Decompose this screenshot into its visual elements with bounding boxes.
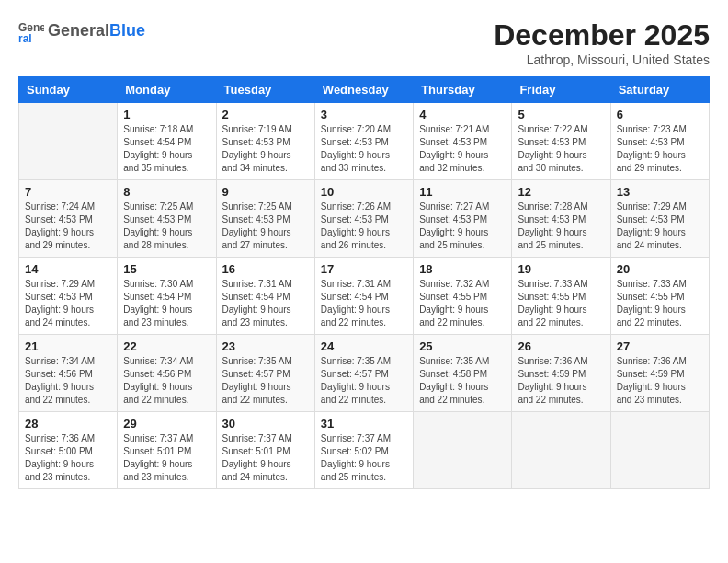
- day-info: Sunrise: 7:37 AMSunset: 5:01 PMDaylight:…: [222, 432, 309, 484]
- calendar-week-row: 1Sunrise: 7:18 AMSunset: 4:54 PMDaylight…: [19, 103, 710, 180]
- day-number: 10: [321, 185, 407, 199]
- day-info: Sunrise: 7:33 AMSunset: 4:55 PMDaylight:…: [518, 278, 604, 329]
- calendar-cell: [414, 412, 512, 489]
- calendar-cell: 25Sunrise: 7:35 AMSunset: 4:58 PMDayligh…: [414, 335, 512, 412]
- day-number: 5: [518, 108, 604, 121]
- day-info: Sunrise: 7:36 AMSunset: 5:00 PMDaylight:…: [25, 432, 111, 484]
- calendar-cell: 12Sunrise: 7:28 AMSunset: 4:53 PMDayligh…: [512, 180, 610, 258]
- day-number: 30: [222, 417, 309, 431]
- day-number: 4: [419, 108, 506, 121]
- calendar-body: 1Sunrise: 7:18 AMSunset: 4:54 PMDaylight…: [19, 103, 710, 489]
- weekday-header-sunday: Sunday: [19, 77, 118, 103]
- day-number: 20: [617, 262, 703, 276]
- calendar-cell: 17Sunrise: 7:31 AMSunset: 4:54 PMDayligh…: [314, 258, 413, 335]
- day-number: 27: [617, 339, 703, 353]
- calendar-cell: 31Sunrise: 7:37 AMSunset: 5:02 PMDayligh…: [314, 412, 413, 489]
- calendar-cell: 24Sunrise: 7:35 AMSunset: 4:57 PMDayligh…: [314, 335, 413, 412]
- day-info: Sunrise: 7:33 AMSunset: 4:55 PMDaylight:…: [617, 278, 703, 329]
- day-info: Sunrise: 7:37 AMSunset: 5:02 PMDaylight:…: [321, 432, 407, 484]
- day-number: 9: [222, 185, 309, 199]
- calendar-cell: 27Sunrise: 7:36 AMSunset: 4:59 PMDayligh…: [610, 335, 709, 412]
- day-number: 17: [321, 262, 407, 276]
- day-info: Sunrise: 7:19 AMSunset: 4:53 PMDaylight:…: [222, 123, 309, 175]
- calendar-week-row: 7Sunrise: 7:24 AMSunset: 4:53 PMDaylight…: [19, 180, 710, 258]
- day-number: 8: [123, 185, 210, 199]
- calendar-cell: 5Sunrise: 7:22 AMSunset: 4:53 PMDaylight…: [512, 103, 610, 180]
- calendar-cell: 19Sunrise: 7:33 AMSunset: 4:55 PMDayligh…: [512, 258, 610, 335]
- day-number: 28: [25, 417, 111, 431]
- day-info: Sunrise: 7:29 AMSunset: 4:53 PMDaylight:…: [25, 278, 111, 329]
- weekday-header-thursday: Thursday: [414, 77, 512, 103]
- day-number: 21: [25, 339, 111, 353]
- day-info: Sunrise: 7:29 AMSunset: 4:53 PMDaylight:…: [617, 201, 703, 252]
- day-number: 7: [25, 185, 111, 199]
- day-info: Sunrise: 7:28 AMSunset: 4:53 PMDaylight:…: [518, 201, 604, 252]
- day-number: 16: [222, 262, 309, 276]
- weekday-header-wednesday: Wednesday: [314, 77, 413, 103]
- calendar-cell: 8Sunrise: 7:25 AMSunset: 4:53 PMDaylight…: [118, 180, 216, 258]
- day-info: Sunrise: 7:31 AMSunset: 4:54 PMDaylight:…: [222, 278, 309, 329]
- day-number: 19: [518, 262, 604, 276]
- weekday-header-saturday: Saturday: [610, 77, 709, 103]
- title-area: December 2025 Lathrop, Missouri, United …: [494, 18, 710, 67]
- day-info: Sunrise: 7:34 AMSunset: 4:56 PMDaylight:…: [25, 355, 111, 407]
- page-header: Gene ral GeneralBlue December 2025 Lathr…: [18, 18, 710, 67]
- calendar-week-row: 21Sunrise: 7:34 AMSunset: 4:56 PMDayligh…: [19, 335, 710, 412]
- calendar-week-row: 28Sunrise: 7:36 AMSunset: 5:00 PMDayligh…: [19, 412, 710, 489]
- day-info: Sunrise: 7:27 AMSunset: 4:53 PMDaylight:…: [419, 201, 506, 252]
- calendar-cell: 11Sunrise: 7:27 AMSunset: 4:53 PMDayligh…: [414, 180, 512, 258]
- day-info: Sunrise: 7:21 AMSunset: 4:53 PMDaylight:…: [419, 123, 506, 175]
- day-number: 23: [222, 339, 309, 353]
- calendar-cell: 7Sunrise: 7:24 AMSunset: 4:53 PMDaylight…: [19, 180, 118, 258]
- day-number: 2: [222, 108, 309, 121]
- logo-text-general: General: [48, 22, 109, 40]
- calendar-header-row: SundayMondayTuesdayWednesdayThursdayFrid…: [19, 77, 710, 103]
- calendar-cell: 13Sunrise: 7:29 AMSunset: 4:53 PMDayligh…: [610, 180, 709, 258]
- calendar-cell: 26Sunrise: 7:36 AMSunset: 4:59 PMDayligh…: [512, 335, 610, 412]
- day-info: Sunrise: 7:18 AMSunset: 4:54 PMDaylight:…: [123, 123, 210, 175]
- day-number: 31: [321, 417, 407, 431]
- logo: Gene ral GeneralBlue: [18, 18, 145, 44]
- day-number: 11: [419, 185, 506, 199]
- page-title: December 2025: [494, 18, 710, 52]
- day-info: Sunrise: 7:37 AMSunset: 5:01 PMDaylight:…: [123, 432, 210, 484]
- day-number: 18: [419, 262, 506, 276]
- day-info: Sunrise: 7:35 AMSunset: 4:57 PMDaylight:…: [222, 355, 309, 407]
- day-number: 25: [419, 339, 506, 353]
- calendar-cell: 29Sunrise: 7:37 AMSunset: 5:01 PMDayligh…: [118, 412, 216, 489]
- day-number: 1: [123, 108, 210, 121]
- calendar-cell: 10Sunrise: 7:26 AMSunset: 4:53 PMDayligh…: [314, 180, 413, 258]
- day-number: 22: [123, 339, 210, 353]
- calendar-cell: 23Sunrise: 7:35 AMSunset: 4:57 PMDayligh…: [216, 335, 314, 412]
- day-info: Sunrise: 7:34 AMSunset: 4:56 PMDaylight:…: [123, 355, 210, 407]
- day-info: Sunrise: 7:25 AMSunset: 4:53 PMDaylight:…: [123, 201, 210, 252]
- day-number: 29: [123, 417, 210, 431]
- calendar-cell: 2Sunrise: 7:19 AMSunset: 4:53 PMDaylight…: [216, 103, 314, 180]
- calendar-cell: 20Sunrise: 7:33 AMSunset: 4:55 PMDayligh…: [610, 258, 709, 335]
- calendar-cell: 1Sunrise: 7:18 AMSunset: 4:54 PMDaylight…: [118, 103, 216, 180]
- day-number: 13: [617, 185, 703, 199]
- calendar-cell: 15Sunrise: 7:30 AMSunset: 4:54 PMDayligh…: [118, 258, 216, 335]
- calendar-cell: 6Sunrise: 7:23 AMSunset: 4:53 PMDaylight…: [610, 103, 709, 180]
- calendar-cell: 3Sunrise: 7:20 AMSunset: 4:53 PMDaylight…: [314, 103, 413, 180]
- day-info: Sunrise: 7:36 AMSunset: 4:59 PMDaylight:…: [617, 355, 703, 407]
- day-info: Sunrise: 7:31 AMSunset: 4:54 PMDaylight:…: [321, 278, 407, 329]
- calendar-cell: [19, 103, 118, 180]
- day-info: Sunrise: 7:35 AMSunset: 4:58 PMDaylight:…: [419, 355, 506, 407]
- day-number: 15: [123, 262, 210, 276]
- weekday-header-monday: Monday: [118, 77, 216, 103]
- day-info: Sunrise: 7:20 AMSunset: 4:53 PMDaylight:…: [321, 123, 407, 175]
- logo-icon: Gene ral: [18, 18, 44, 44]
- day-info: Sunrise: 7:25 AMSunset: 4:53 PMDaylight:…: [222, 201, 309, 252]
- day-number: 24: [321, 339, 407, 353]
- day-info: Sunrise: 7:36 AMSunset: 4:59 PMDaylight:…: [518, 355, 604, 407]
- calendar-table: SundayMondayTuesdayWednesdayThursdayFrid…: [18, 76, 710, 489]
- page-subtitle: Lathrop, Missouri, United States: [494, 52, 710, 67]
- calendar-cell: 21Sunrise: 7:34 AMSunset: 4:56 PMDayligh…: [19, 335, 118, 412]
- calendar-cell: 30Sunrise: 7:37 AMSunset: 5:01 PMDayligh…: [216, 412, 314, 489]
- weekday-header-friday: Friday: [512, 77, 610, 103]
- day-info: Sunrise: 7:26 AMSunset: 4:53 PMDaylight:…: [321, 201, 407, 252]
- day-number: 26: [518, 339, 604, 353]
- day-info: Sunrise: 7:32 AMSunset: 4:55 PMDaylight:…: [419, 278, 506, 329]
- day-number: 14: [25, 262, 111, 276]
